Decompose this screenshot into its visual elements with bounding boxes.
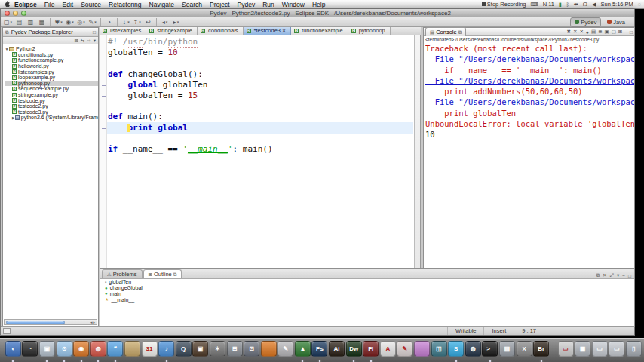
- code-editor[interactable]: #! /usr/bin/pythonglobalTen = 10def chan…: [100, 35, 421, 269]
- code-line[interactable]: #! /usr/bin/python: [108, 37, 412, 48]
- spotlight-icon[interactable]: ◌: [638, 2, 641, 7]
- console-output[interactable]: Traceback (most recent call last): File …: [424, 43, 634, 268]
- editor-tab-functionexample[interactable]: Pfunctionexample: [291, 27, 348, 35]
- view-menu-icon[interactable]: ▾: [617, 272, 619, 278]
- explorer-hscrollbar-thumb[interactable]: [6, 321, 65, 324]
- console-line[interactable]: File "/Users/derekbanas/Documents/worksp…: [425, 97, 634, 107]
- close-icon[interactable]: ✕: [603, 272, 606, 278]
- apple-menu-icon[interactable]: [3, 0, 11, 8]
- console-line[interactable]: File "/Users/derekbanas/Documents/worksp…: [425, 54, 634, 64]
- remove-all-launches-icon[interactable]: ✕: [580, 29, 584, 35]
- dock-item-messages[interactable]: ❝: [107, 341, 124, 359]
- code-line[interactable]: [108, 58, 412, 69]
- word-wrap-icon[interactable]: ≣: [598, 29, 602, 35]
- tree-file-item[interactable]: Ppythonoop.py: [5, 81, 98, 87]
- overview-ruler[interactable]: [414, 35, 420, 268]
- console-tab[interactable]: ▤ Console ⧉: [425, 27, 466, 36]
- dock-item-grid-app[interactable]: ▤: [498, 341, 516, 359]
- tree-file-item[interactable]: Pfunctionexample.py: [5, 57, 98, 63]
- minimize-window-button[interactable]: [13, 11, 18, 16]
- save-button[interactable]: ▤: [14, 18, 24, 26]
- dock-item-ical[interactable]: 31: [141, 341, 158, 359]
- dock-item-dreamweaver[interactable]: Dw: [345, 341, 363, 359]
- code-line[interactable]: if __name__ == '__main__': main(): [108, 144, 412, 155]
- dock-item-orange-utility[interactable]: [260, 341, 278, 359]
- menu-search[interactable]: Search: [178, 1, 206, 8]
- volume-menu-icon[interactable]: ◀: [592, 2, 596, 8]
- dock-item-notes-folder[interactable]: [124, 341, 141, 359]
- maximize-view-icon[interactable]: □: [93, 29, 96, 35]
- outline-item[interactable]: ●changeGlobal: [100, 285, 634, 291]
- dock-item-xcode[interactable]: X: [516, 341, 533, 359]
- menu-file[interactable]: File: [41, 1, 59, 8]
- link-with-editor-icon[interactable]: ⇆: [81, 38, 84, 44]
- minimize-view-icon[interactable]: −: [87, 29, 90, 35]
- scroll-lock-icon[interactable]: ▤: [591, 29, 596, 35]
- minimize-icon[interactable]: −: [622, 273, 625, 278]
- tree-file-item[interactable]: Pconditionals.py: [5, 52, 98, 58]
- menu-help[interactable]: Help: [308, 1, 329, 8]
- view-menu-icon[interactable]: ▾: [94, 38, 96, 44]
- menu-project[interactable]: Project: [206, 1, 233, 8]
- editor-tab-stringexample[interactable]: Pstringexample: [146, 27, 198, 35]
- back-button[interactable]: ◂▾: [160, 18, 170, 26]
- menu-eclipse[interactable]: Eclipse: [11, 1, 41, 8]
- minimize-icon[interactable]: −: [624, 29, 627, 35]
- menu-source[interactable]: Source: [77, 1, 105, 8]
- annotation-prev-button[interactable]: ⇡▾: [132, 18, 142, 26]
- menu-pydev[interactable]: Pydev: [234, 1, 259, 8]
- tree-interpreter-item[interactable]: ▶python2.6 (/System/Library/Frameworks: [5, 115, 98, 121]
- code-line[interactable]: [108, 101, 412, 112]
- close-tab-icon[interactable]: ✕: [282, 28, 286, 33]
- dock-item-red-pen-app[interactable]: ✎: [397, 341, 414, 359]
- tree-file-item[interactable]: Ptestcode3.py: [5, 109, 98, 115]
- terminate-icon[interactable]: ✖: [567, 29, 571, 35]
- dock-item-illustrator[interactable]: Ai: [328, 341, 345, 359]
- dock-item-expose[interactable]: ⊡: [243, 341, 260, 359]
- editor-tab-listexamples[interactable]: Plistexamples: [100, 27, 146, 35]
- dock-item-window-app-2[interactable]: ▭: [609, 341, 626, 359]
- tree-file-item[interactable]: Phelloworld.py: [5, 63, 98, 69]
- window-titlebar[interactable]: Pydev - Python2/testcode3.py - Eclipse S…: [1, 9, 634, 17]
- external-tools-button[interactable]: ✎▾: [87, 18, 97, 26]
- dock-item-textedit[interactable]: ▭: [557, 341, 575, 359]
- bottom-tab-problems[interactable]: ⚠Problems: [102, 269, 143, 278]
- dock-item-purple-character-app[interactable]: [413, 341, 431, 359]
- editor-tab-conditionals[interactable]: Pconditionals: [198, 27, 244, 35]
- close-window-button[interactable]: [5, 11, 10, 16]
- maximize-icon[interactable]: □: [630, 29, 633, 35]
- tree-file-item[interactable]: Plistexamples.py: [5, 69, 98, 75]
- menu-window[interactable]: Window: [278, 1, 308, 8]
- dock-item-iphoto[interactable]: ▣: [192, 341, 210, 359]
- dock-item-dashboard[interactable]: ◔: [22, 341, 39, 359]
- clear-console-icon[interactable]: ●: [586, 29, 589, 35]
- code-line[interactable]: globalTen = 10: [108, 48, 412, 58]
- run-config-button[interactable]: ◎▾: [76, 18, 86, 26]
- open-console-icon[interactable]: ⊞: [618, 29, 622, 35]
- code-line[interactable]: def main():: [108, 112, 412, 122]
- last-edit-button[interactable]: ↩: [143, 18, 153, 26]
- outline-item[interactable]: ▪globalTen: [100, 279, 634, 285]
- code-line[interactable]: def changeGlobal():: [108, 69, 412, 80]
- new-wizard-button[interactable]: ▢▾: [3, 18, 13, 26]
- dock-item-trash[interactable]: ▯: [625, 341, 642, 359]
- tree-file-item[interactable]: PsequenceExample.py: [5, 86, 98, 92]
- code-line[interactable]: print global: [108, 123, 412, 133]
- dock-item-flash[interactable]: Fl: [362, 341, 379, 359]
- console-line[interactable]: File "/Users/derekbanas/Documents/worksp…: [425, 75, 634, 86]
- outline-item[interactable]: ●main: [100, 291, 634, 297]
- remove-launch-icon[interactable]: ✕: [573, 29, 577, 35]
- tree-file-item[interactable]: Ptestcode.py: [5, 97, 98, 103]
- dock-item-quicktime[interactable]: Q: [175, 341, 192, 359]
- tree-project[interactable]: ▼Python2: [5, 46, 98, 52]
- menu-run[interactable]: Run: [259, 1, 278, 8]
- dock-item-safari[interactable]: ⊙: [56, 341, 73, 359]
- annotation-next-button[interactable]: ⇣▾: [121, 18, 130, 26]
- dock-item-motion[interactable]: ✶: [209, 341, 226, 359]
- stop-recording-item[interactable]: Stop Recording: [482, 1, 526, 8]
- editor-tab-testcode3[interactable]: P*testcode3✕: [244, 27, 291, 35]
- perspective-java[interactable]: Java: [603, 18, 629, 26]
- dock-item-firefox[interactable]: ◉: [72, 341, 90, 359]
- displays-menu-icon[interactable]: ⇹: [574, 2, 578, 8]
- dock-item-calculator[interactable]: ▦: [574, 341, 591, 359]
